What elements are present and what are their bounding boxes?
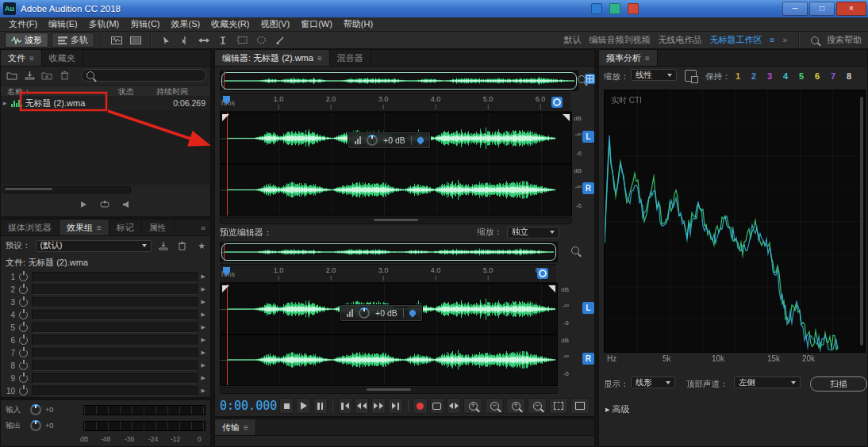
zoom-selection-icon[interactable] xyxy=(549,398,568,414)
hud-pin-icon[interactable] xyxy=(408,308,417,317)
tab-editor[interactable]: 编辑器: 无标题 (2).wma ≡ xyxy=(215,50,330,66)
power-icon[interactable] xyxy=(19,349,28,357)
tab-mixer[interactable]: 混音器 xyxy=(330,50,371,66)
slip-tool-icon[interactable] xyxy=(196,33,212,47)
preview-overview-bar[interactable] xyxy=(220,242,558,262)
play-button[interactable] xyxy=(296,398,310,414)
left-channel-button[interactable]: L xyxy=(582,131,594,143)
files-horizontal-scrollbar[interactable] xyxy=(2,186,131,193)
rewind-button[interactable] xyxy=(355,398,369,414)
move-tool-icon[interactable] xyxy=(158,33,174,47)
preview-zoom-icon[interactable] xyxy=(571,246,579,254)
panel-menu-icon[interactable]: ≡ xyxy=(29,54,34,63)
zoom-full-icon[interactable] xyxy=(570,398,590,414)
effect-slot[interactable] xyxy=(32,323,198,333)
hold-number[interactable]: 4 xyxy=(783,71,788,81)
time-selection-tool-icon[interactable] xyxy=(215,33,231,47)
tab-files[interactable]: 文件 ≡ xyxy=(1,50,42,66)
menu-window[interactable]: 窗口(W) xyxy=(295,18,338,30)
chevron-right-icon[interactable]: ▶ xyxy=(202,286,205,292)
import-file-icon[interactable] xyxy=(22,70,36,82)
effect-slot[interactable] xyxy=(32,285,198,295)
record-button[interactable] xyxy=(413,398,427,414)
fast-forward-button[interactable] xyxy=(371,398,386,414)
main-waveform-region[interactable]: +0 dB xyxy=(220,112,572,216)
power-icon[interactable] xyxy=(19,273,28,281)
chevron-right-icon[interactable]: ▶ xyxy=(202,388,205,394)
frequency-plot[interactable]: 实时 CTI xyxy=(604,90,866,353)
scan-button[interactable]: 扫描 xyxy=(810,376,867,392)
workspace-default[interactable]: 默认 xyxy=(564,34,582,46)
menu-multitrack[interactable]: 多轨(M) xyxy=(83,18,125,30)
effect-slot[interactable] xyxy=(32,361,198,371)
chevron-right-icon[interactable]: ▶ xyxy=(202,324,205,330)
preview-zoom-dropdown[interactable]: 独立 xyxy=(507,227,559,239)
right-channel-button[interactable]: R xyxy=(582,353,594,365)
hold-number[interactable]: 7 xyxy=(831,71,835,81)
auto-play-icon[interactable] xyxy=(80,201,87,210)
power-icon[interactable] xyxy=(19,336,28,345)
freq-scale-dropdown[interactable]: 线性 xyxy=(631,69,677,81)
spectral-display-toggle-icon[interactable] xyxy=(128,33,144,47)
tab-media-browser[interactable]: 媒体浏览器 xyxy=(1,220,60,235)
loop-playback-button[interactable] xyxy=(430,398,444,414)
maximize-button[interactable]: □ xyxy=(809,2,835,16)
preview-timeline-ruler[interactable]: hms 1.0 2.0 3.0 4.0 5.0 6.0 xyxy=(220,264,556,283)
loop-preview-icon[interactable] xyxy=(100,201,109,210)
stop-button[interactable] xyxy=(279,398,294,414)
disclosure-icon[interactable]: ▸ xyxy=(1,99,10,107)
workspace-menu-icon[interactable]: ≡ xyxy=(770,36,775,44)
hud-volume-knob[interactable] xyxy=(367,135,378,146)
brush-tool-icon[interactable] xyxy=(272,33,288,47)
power-icon[interactable] xyxy=(19,298,28,307)
left-channel-button[interactable]: L xyxy=(582,302,594,314)
menu-effects[interactable]: 效果(S) xyxy=(166,18,206,30)
waveform-mode-button[interactable]: 波形 xyxy=(5,32,48,48)
minimize-button[interactable]: ─ xyxy=(782,2,808,16)
zoom-in-time-icon[interactable]: + xyxy=(506,398,525,414)
chevron-right-icon[interactable]: ▶ xyxy=(202,299,205,305)
hud-volume-knob[interactable] xyxy=(359,308,370,319)
waveform-display[interactable] xyxy=(221,113,571,216)
spectral-grid-toggle-icon[interactable] xyxy=(585,74,595,84)
tab-effects-rack[interactable]: 效果组 ≡ xyxy=(60,220,109,235)
panel-menu-icon[interactable]: ≡ xyxy=(317,54,322,63)
close-button[interactable]: × xyxy=(836,2,866,16)
power-icon[interactable] xyxy=(19,285,28,294)
effect-slot[interactable] xyxy=(32,272,198,282)
tab-transport[interactable]: 传输 ≡ xyxy=(215,419,256,435)
display-dropdown[interactable]: 线形 xyxy=(631,376,675,388)
overview-bar[interactable] xyxy=(220,71,578,91)
hold-number[interactable]: 3 xyxy=(767,71,772,81)
zoom-out-icon[interactable]: − xyxy=(485,398,504,414)
skip-to-start-button[interactable] xyxy=(338,398,352,414)
pause-button[interactable] xyxy=(313,398,328,414)
overview-waveform[interactable] xyxy=(221,71,578,90)
power-icon[interactable] xyxy=(19,361,28,370)
hud-pin-icon[interactable] xyxy=(416,136,424,144)
lasso-selection-tool-icon[interactable] xyxy=(253,33,269,47)
zoom-out-time-icon[interactable]: − xyxy=(528,398,547,414)
output-gain-knob[interactable] xyxy=(30,420,41,431)
power-icon[interactable] xyxy=(19,387,28,395)
right-channel-button[interactable]: R xyxy=(582,182,594,194)
effect-slot[interactable] xyxy=(32,373,198,384)
effect-slot[interactable] xyxy=(32,348,198,358)
workspace-radio[interactable]: 无线电作品 xyxy=(659,34,702,46)
snapshot-icon[interactable] xyxy=(685,70,697,82)
hold-number[interactable]: 6 xyxy=(815,71,820,81)
panel-menu-icon[interactable]: ≡ xyxy=(645,54,650,63)
menu-favorites[interactable]: 收藏夹(R) xyxy=(205,18,255,30)
marquee-selection-tool-icon[interactable] xyxy=(234,33,250,47)
save-preset-icon[interactable] xyxy=(156,240,171,252)
effect-slot[interactable] xyxy=(32,297,198,308)
power-icon[interactable] xyxy=(19,374,28,383)
chevron-right-icon[interactable]: ▶ xyxy=(202,273,205,280)
razor-tool-icon[interactable] xyxy=(177,33,193,47)
speaker-icon[interactable] xyxy=(122,201,132,210)
hold-number[interactable]: 5 xyxy=(799,71,804,81)
chevron-right-icon[interactable]: ▶ xyxy=(202,362,205,369)
top-channel-dropdown[interactable]: 左侧 xyxy=(734,376,801,388)
tab-favorites[interactable]: 收藏夹 xyxy=(42,50,83,66)
preset-dropdown[interactable]: (默认) xyxy=(36,240,152,252)
